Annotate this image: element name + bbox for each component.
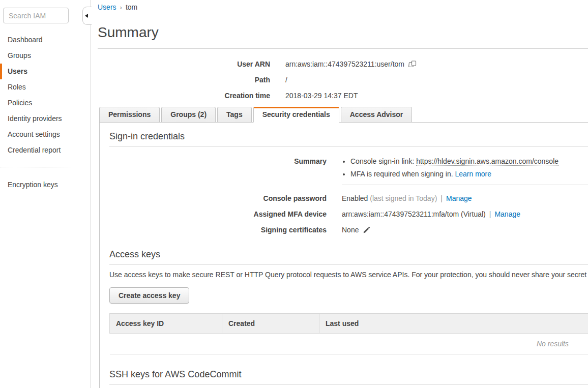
ssh-keys-heading: SSH keys for AWS CodeCommit — [109, 369, 588, 380]
console-password-row: Console password Enabled (last signed in… — [109, 194, 588, 203]
creation-time-row: Creation time 2018-03-29 14:37 EDT — [98, 91, 588, 100]
empty-table-row: No results — [110, 334, 588, 354]
console-signin-link-item: Console sign-in link: https://hldev.sign… — [350, 157, 558, 166]
mfa-device-row: Assigned MFA device arn:aws:iam::4743975… — [109, 210, 588, 219]
signing-certificates-row: Signing certificates None — [109, 225, 588, 234]
tab-tags[interactable]: Tags — [217, 107, 252, 123]
mfa-device-label: Assigned MFA device — [109, 210, 327, 219]
console-password-label: Console password — [109, 194, 327, 203]
path-row: Path / — [98, 75, 588, 84]
sidebar-nav-secondary: Encryption keys — [0, 177, 91, 193]
main-content: Users›tom Summary User ARN arn:aws:iam::… — [91, 0, 588, 388]
signing-certificates-label: Signing certificates — [109, 225, 327, 234]
signin-credentials-section: Sign-in credentials Summary Console sign… — [109, 131, 588, 234]
mfa-device-value: arn:aws:iam::474397523211:mfa/tom (Virtu… — [342, 210, 520, 219]
console-signin-link-prefix: Console sign-in link: — [350, 157, 416, 165]
search-input[interactable] — [3, 8, 69, 23]
mfa-learn-more-link[interactable]: Learn more — [455, 170, 491, 178]
iam-sidebar: Dashboard Groups Users Roles Policies Id… — [0, 0, 91, 388]
security-credentials-panel: Sign-in credentials Summary Console sign… — [99, 122, 588, 388]
signin-summary-label: Summary — [109, 157, 327, 182]
mfa-required-item: MFA is required when signing in. Learn m… — [350, 169, 558, 178]
creation-time-value: 2018-03-29 14:37 EDT — [285, 91, 358, 100]
access-keys-heading: Access keys — [109, 249, 588, 260]
sidebar-nav: Dashboard Groups Users Roles Policies Id… — [0, 32, 91, 158]
path-value: / — [285, 75, 287, 84]
access-keys-table-header: Access key ID Created Last used — [110, 314, 588, 334]
creation-time-label: Creation time — [98, 91, 270, 100]
column-access-key-id: Access key ID — [110, 314, 222, 334]
breadcrumb-separator-icon: › — [120, 4, 122, 11]
edit-certificates-pencil-icon[interactable] — [363, 226, 370, 234]
manage-mfa-link[interactable]: Manage — [494, 210, 520, 219]
signing-certificates-status: None — [342, 225, 359, 234]
tab-groups[interactable]: Groups (2) — [161, 107, 216, 123]
title-divider — [98, 48, 588, 49]
sidebar-item-users[interactable]: Users — [0, 64, 91, 79]
mfa-device-arn: arn:aws:iam::474397523211:mfa/tom (Virtu… — [342, 210, 486, 219]
sidebar-item-identity-providers[interactable]: Identity providers — [0, 111, 91, 127]
user-arn-row: User ARN arn:aws:iam::474397523211:user/… — [98, 59, 588, 69]
copy-arn-icon[interactable] — [408, 60, 417, 68]
access-keys-description: Use access keys to make secure REST or H… — [109, 271, 588, 279]
summary-row-divider — [342, 185, 588, 185]
column-created: Created — [222, 314, 319, 334]
access-keys-table: Access key ID Created Last used No resul… — [109, 313, 588, 354]
sidebar-item-policies[interactable]: Policies — [0, 95, 91, 111]
signin-credentials-heading: Sign-in credentials — [109, 131, 588, 142]
sidebar-item-credential-report[interactable]: Credential report — [0, 142, 91, 158]
console-signin-link[interactable]: https://hldev.signin.aws.amazon.com/cons… — [416, 157, 558, 166]
signin-summary-row: Summary Console sign-in link: https://hl… — [109, 157, 588, 182]
sidebar-item-account-settings[interactable]: Account settings — [0, 127, 91, 142]
signin-summary-value: Console sign-in link: https://hldev.sign… — [342, 157, 558, 182]
breadcrumb-users-link[interactable]: Users — [98, 3, 116, 11]
sidebar-collapse-button[interactable] — [82, 7, 92, 25]
mfa-device-separator: | — [489, 210, 491, 219]
tab-security-credentials[interactable]: Security credentials — [253, 107, 339, 123]
breadcrumb: Users›tom — [98, 4, 588, 11]
column-last-used: Last used — [319, 314, 588, 334]
console-password-value: Enabled (last signed in Today)|Manage — [342, 194, 472, 203]
access-keys-section: Access keys Use access keys to make secu… — [109, 249, 588, 354]
sidebar-divider — [0, 167, 71, 167]
user-arn-label: User ARN — [98, 59, 270, 69]
create-access-key-button[interactable]: Create access key — [109, 287, 189, 304]
user-arn-text: arn:aws:iam::474397523211:user/tom — [285, 59, 404, 69]
breadcrumb-current: tom — [126, 3, 137, 11]
console-password-last-signin: (last signed in Today) — [370, 194, 437, 203]
ssh-keys-section: SSH keys for AWS CodeCommit Use SSH publ… — [109, 369, 588, 388]
tab-access-advisor[interactable]: Access Advisor — [341, 107, 413, 123]
sidebar-item-dashboard[interactable]: Dashboard — [0, 32, 91, 48]
signing-certificates-value: None — [342, 225, 370, 234]
manage-password-link[interactable]: Manage — [446, 194, 472, 203]
sidebar-item-groups[interactable]: Groups — [0, 48, 91, 64]
mfa-required-text: MFA is required when signing in. — [350, 170, 455, 178]
ssh-keys-divider — [109, 384, 588, 385]
signin-credentials-divider — [109, 146, 588, 147]
sidebar-item-encryption-keys[interactable]: Encryption keys — [0, 177, 91, 193]
access-keys-divider — [109, 264, 588, 265]
signin-summary-bullets: Console sign-in link: https://hldev.sign… — [342, 157, 558, 182]
tab-permissions[interactable]: Permissions — [99, 107, 160, 123]
detail-tabs: Permissions Groups (2) Tags Security cre… — [99, 107, 588, 123]
no-results-text: No results — [110, 334, 588, 354]
console-password-status: Enabled — [342, 194, 368, 203]
user-summary-fields: User ARN arn:aws:iam::474397523211:user/… — [98, 59, 588, 100]
sidebar-item-roles[interactable]: Roles — [0, 79, 91, 95]
console-password-separator: | — [440, 194, 443, 203]
user-arn-value: arn:aws:iam::474397523211:user/tom — [285, 59, 417, 69]
path-label: Path — [98, 75, 270, 84]
collapse-left-icon — [85, 14, 88, 18]
page-title: Summary — [98, 24, 588, 40]
